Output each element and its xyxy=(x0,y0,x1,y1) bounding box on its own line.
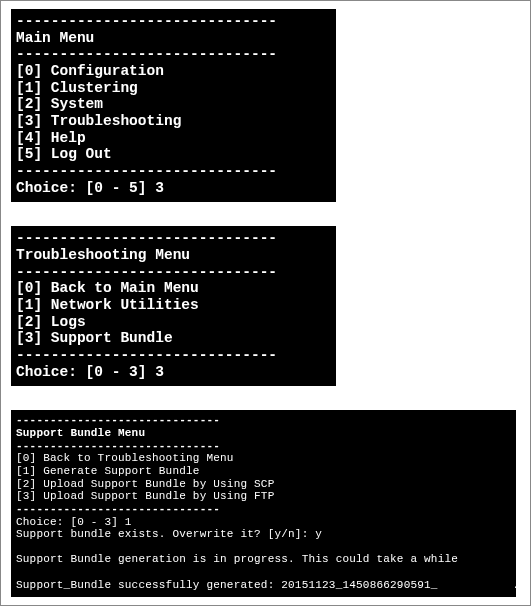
success-message: Support_Bundle successfully generated: 2… xyxy=(16,579,516,591)
troubleshooting-menu-terminal: ------------------------------ Troublesh… xyxy=(11,226,336,386)
separator: ------------------------------ xyxy=(16,46,277,62)
menu-item-logout: [5] Log Out xyxy=(16,146,112,162)
separator: ------------------------------ xyxy=(16,440,220,452)
choice-prompt-line: Choice: [0 - 5] 3 xyxy=(16,180,164,196)
menu-item-upload-ftp: [3] Upload Support Bundle by Using FTP xyxy=(16,490,274,502)
separator: ------------------------------ xyxy=(16,264,277,280)
progress-message: Support Bundle generation is in progress… xyxy=(16,553,458,565)
menu-title: Support Bundle Menu xyxy=(16,427,145,439)
choice-prompt-label: Choice: [0 - 3] xyxy=(16,364,155,380)
separator: ------------------------------ xyxy=(16,13,277,29)
blank xyxy=(16,541,23,553)
overwrite-prompt-label: Support bundle exists. Overwrite it? [y/… xyxy=(16,528,315,540)
overwrite-prompt-line: Support bundle exists. Overwrite it? [y/… xyxy=(16,528,322,540)
menu-item-back: [0] Back to Troubleshooting Menu xyxy=(16,452,234,464)
separator: ------------------------------ xyxy=(16,503,220,515)
menu-item-logs: [2] Logs xyxy=(16,314,86,330)
separator: ------------------------------ xyxy=(16,163,277,179)
main-menu-terminal: ------------------------------ Main Menu… xyxy=(11,9,336,202)
choice-prompt-line: Choice: [0 - 3] 3 xyxy=(16,364,164,380)
choice-input[interactable]: 3 xyxy=(155,364,164,380)
separator: ------------------------------ xyxy=(16,347,277,363)
menu-item-network-utilities: [1] Network Utilities xyxy=(16,297,199,313)
choice-prompt-label: Choice: [0 - 3] xyxy=(16,516,125,528)
separator: ------------------------------ xyxy=(16,414,220,426)
choice-input[interactable]: 3 xyxy=(155,180,164,196)
choice-prompt-label: Choice: [0 - 5] xyxy=(16,180,155,196)
menu-item-system: [2] System xyxy=(16,96,103,112)
menu-item-configuration: [0] Configuration xyxy=(16,63,164,79)
overwrite-input[interactable]: y xyxy=(315,528,322,540)
separator: ------------------------------ xyxy=(16,230,277,246)
menu-item-upload-scp: [2] Upload Support Bundle by Using SCP xyxy=(16,478,274,490)
menu-item-clustering: [1] Clustering xyxy=(16,80,138,96)
menu-item-troubleshooting: [3] Troubleshooting xyxy=(16,113,181,129)
menu-item-help: [4] Help xyxy=(16,130,86,146)
menu-item-support-bundle: [3] Support Bundle xyxy=(16,330,173,346)
choice-input[interactable]: 1 xyxy=(125,516,132,528)
choice-prompt-line: Choice: [0 - 3] 1 xyxy=(16,516,132,528)
menu-item-back: [0] Back to Main Menu xyxy=(16,280,199,296)
menu-item-generate: [1] Generate Support Bundle xyxy=(16,465,200,477)
support-bundle-terminal: ------------------------------ Support B… xyxy=(11,410,516,597)
blank xyxy=(16,566,23,578)
menu-title: Main Menu xyxy=(16,30,94,46)
menu-title: Troubleshooting Menu xyxy=(16,247,190,263)
